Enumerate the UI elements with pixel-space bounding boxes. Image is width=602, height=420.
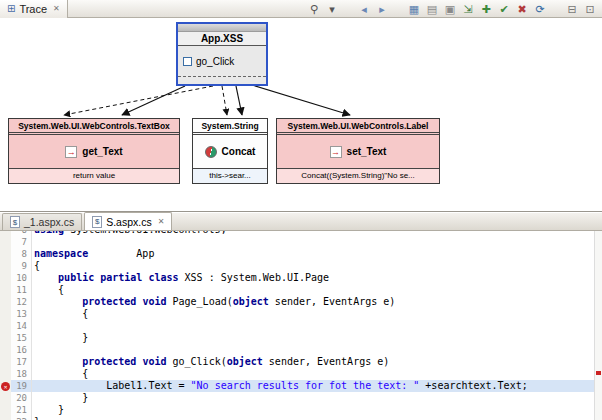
csharp-file-icon: $	[92, 216, 102, 228]
node-method-label: go_Click	[196, 56, 234, 67]
forward-icon[interactable]: ▸	[375, 2, 389, 16]
line-number: 7	[11, 236, 32, 248]
tab-trace[interactable]: ⊞ Trace ✕	[0, 0, 68, 18]
code-text	[32, 320, 602, 332]
code-line[interactable]: 8namespace App	[0, 248, 602, 260]
code-line[interactable]: 7	[0, 236, 602, 248]
code-text	[32, 344, 602, 356]
annotation-ruler	[0, 356, 11, 368]
layout-grid-icon[interactable]: ▦	[407, 2, 421, 16]
code-text: }	[32, 404, 602, 416]
line-number: 16	[11, 344, 32, 356]
editor-tab-label: _1.aspx.cs	[24, 216, 74, 228]
line-number: 21	[11, 404, 32, 416]
tab-aspx-1[interactable]: $ _1.aspx.cs	[2, 213, 82, 230]
annotation-ruler	[0, 248, 11, 260]
close-icon[interactable]: ✕	[158, 217, 165, 226]
check-icon[interactable]: ✔	[497, 2, 511, 16]
node-title: System.Web.UI.WebControls.Label	[277, 119, 439, 135]
diagram-node-textbox[interactable]: System.Web.UI.WebControls.TextBox → get_…	[8, 118, 180, 184]
diagram-node-app-xss[interactable]: App.XSS go_Click	[176, 22, 268, 86]
node-method-row[interactable]: Concat	[193, 135, 267, 169]
overview-ruler[interactable]	[594, 231, 602, 420]
code-text: Label1.Text = "No search results for fot…	[32, 380, 602, 392]
diagram-node-string[interactable]: System.String Concat this->sear...	[192, 118, 268, 184]
node-method-row[interactable]: go_Click	[178, 46, 266, 77]
line-number: 11	[11, 284, 32, 296]
diagram-node-label[interactable]: System.Web.UI.WebControls.Label → set_Te…	[276, 118, 440, 184]
annotation-ruler	[0, 272, 11, 284]
code-text: protected void go_Click(object sender, E…	[32, 356, 602, 368]
trace-toolbar: ⚲▾◂▸▦▤▣⇲✚✔✖⟳⊟⊡	[307, 2, 602, 16]
node-titlebar	[178, 24, 266, 32]
annotation-ruler	[0, 332, 11, 344]
maximize-icon[interactable]: ⊡	[583, 2, 597, 16]
code-text: {	[32, 308, 602, 320]
save-icon[interactable]: ▣	[443, 2, 457, 16]
line-number: 8	[11, 248, 32, 260]
code-line[interactable]: 16	[0, 344, 602, 356]
editor-tab-label: S.aspx.cs	[106, 216, 152, 228]
line-number: 15	[11, 332, 32, 344]
minimize-icon[interactable]: ⊟	[565, 2, 579, 16]
editor: $ _1.aspx.cs $ S.aspx.cs ✕ 6using System…	[0, 213, 602, 420]
trace-diagram: App.XSS go_Click System.Web.UI.WebContro…	[0, 18, 602, 211]
line-number: 19	[11, 380, 32, 392]
back-icon[interactable]: ◂	[357, 2, 371, 16]
export-icon[interactable]: ⇲	[461, 2, 475, 16]
node-method-row[interactable]: → get_Text	[9, 135, 179, 169]
error-overview-marker[interactable]	[596, 371, 601, 375]
node-method-label: get_Text	[82, 146, 122, 157]
remove-icon[interactable]: ✖	[515, 2, 529, 16]
zoom-icon[interactable]: ⚲	[307, 2, 321, 16]
code-line[interactable]: 18 {	[0, 368, 602, 380]
code-line[interactable]: 9{	[0, 260, 602, 272]
close-icon[interactable]: ✕	[53, 4, 60, 13]
node-method-row[interactable]: → set_Text	[277, 135, 439, 169]
code-editor-area[interactable]: 6using System.Web.UI.WebControls;78names…	[0, 231, 602, 420]
code-text	[32, 236, 602, 248]
annotation-ruler	[0, 236, 11, 248]
code-line[interactable]: 20 }	[0, 392, 602, 404]
node-footer-label: this->sear...	[193, 169, 267, 183]
annotation-ruler	[0, 404, 11, 416]
annotation-ruler	[0, 416, 11, 420]
code-area[interactable]: 6using System.Web.UI.WebControls;78names…	[0, 231, 602, 420]
code-line[interactable]: 13 {	[0, 308, 602, 320]
code-text: {	[32, 260, 602, 272]
list-icon[interactable]: ▤	[425, 2, 439, 16]
zoom-dropdown-icon[interactable]: ▾	[325, 2, 339, 16]
node-title: App.XSS	[178, 32, 266, 46]
tab-s-aspx[interactable]: $ S.aspx.cs ✕	[84, 212, 172, 230]
code-line[interactable]: 22}	[0, 416, 602, 420]
line-number: 10	[11, 272, 32, 284]
editor-tabbar: $ _1.aspx.cs $ S.aspx.cs ✕	[0, 213, 602, 231]
code-text: }	[32, 416, 602, 420]
trace-view-icon: ⊞	[7, 3, 15, 14]
add-icon[interactable]: ✚	[479, 2, 493, 16]
code-line[interactable]: ✕19 Label1.Text = "No search results for…	[0, 380, 602, 392]
code-line[interactable]: 21 }	[0, 404, 602, 416]
code-line[interactable]: 15 }	[0, 332, 602, 344]
error-icon[interactable]: ✕	[1, 382, 10, 391]
code-text: public partial class XSS : System.Web.UI…	[32, 272, 602, 284]
annotation-ruler	[0, 260, 11, 272]
node-footer	[178, 77, 266, 84]
csharp-file-icon: $	[10, 216, 20, 228]
annotation-ruler	[0, 392, 11, 404]
line-number: 12	[11, 296, 32, 308]
annotation-ruler	[0, 308, 11, 320]
code-line[interactable]: 12 protected void Page_Load(object sende…	[0, 296, 602, 308]
node-title: System.String	[193, 119, 267, 135]
code-text: namespace App	[32, 248, 602, 260]
code-line[interactable]: 10 public partial class XSS : System.Web…	[0, 272, 602, 284]
line-number: 13	[11, 308, 32, 320]
node-footer-label: return value	[9, 169, 179, 183]
node-title: System.Web.UI.WebControls.TextBox	[9, 119, 179, 135]
refresh-icon[interactable]: ⟳	[533, 2, 547, 16]
code-line[interactable]: 17 protected void go_Click(object sender…	[0, 356, 602, 368]
code-line[interactable]: 11 {	[0, 284, 602, 296]
trace-view: ⊞ Trace ✕ ⚲▾◂▸▦▤▣⇲✚✔✖⟳⊟⊡ App.XSS go_Clic…	[0, 0, 602, 212]
code-line[interactable]: 14	[0, 320, 602, 332]
node-method-label: set_Text	[347, 146, 387, 157]
